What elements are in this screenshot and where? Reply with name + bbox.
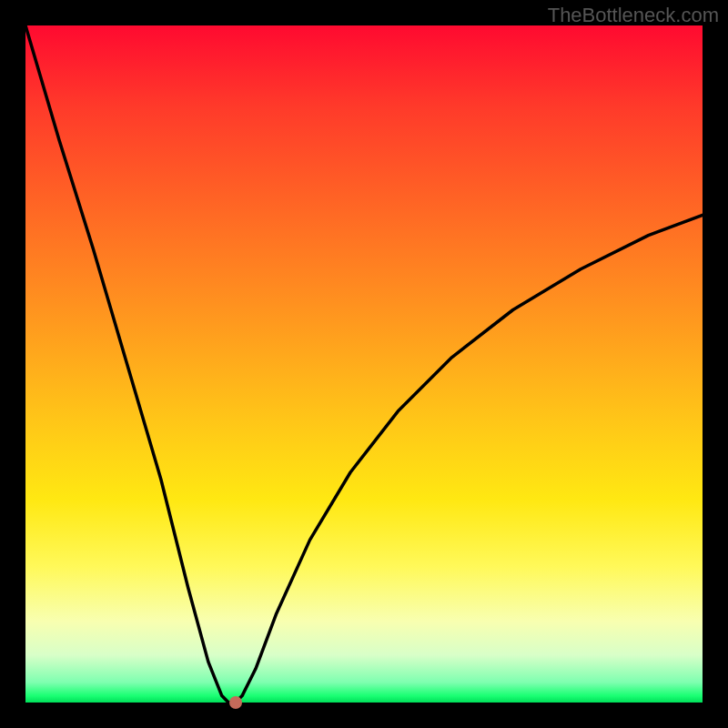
chart-container: TheBottleneck.com	[0, 0, 728, 728]
minimum-marker	[229, 696, 242, 709]
watermark-text: TheBottleneck.com	[548, 4, 719, 27]
curve-layer	[25, 25, 703, 703]
bottleneck-curve	[25, 25, 703, 703]
